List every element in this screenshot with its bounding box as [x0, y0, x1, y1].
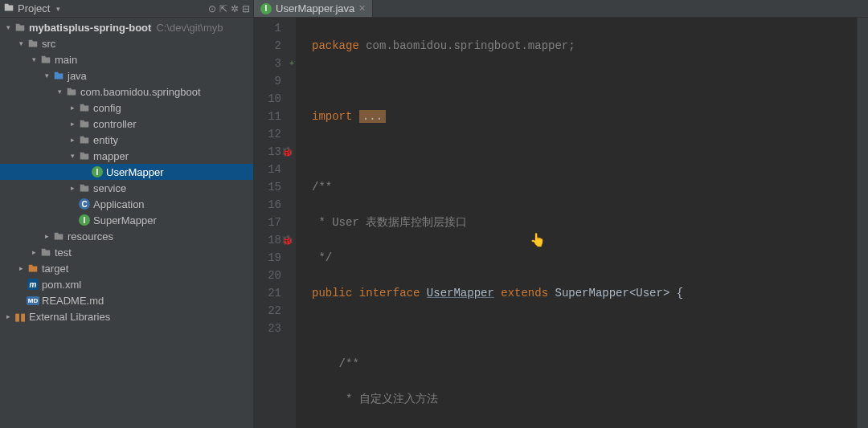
- chevron-down-icon[interactable]: ▾: [68, 152, 77, 160]
- tree-root[interactable]: ▾ mybatisplus-spring-boot C:\dev\git\myb: [0, 19, 253, 35]
- tree-controller[interactable]: ▸ controller: [0, 116, 253, 132]
- class-icon: C: [77, 198, 92, 210]
- tree-config[interactable]: ▸ config: [0, 100, 253, 116]
- code-editor[interactable]: 1 2 3 9 10 11 12 13 14 15 16 17 18 19 20…: [254, 18, 868, 428]
- tree-resources[interactable]: ▸ resources: [0, 228, 253, 244]
- tree-main[interactable]: ▾ main: [0, 51, 253, 67]
- close-icon[interactable]: ✕: [358, 3, 366, 14]
- chevron-right-icon[interactable]: ▸: [68, 184, 77, 192]
- tree-service[interactable]: ▸ service: [0, 180, 253, 196]
- editor-tabs: I UserMapper.java ✕: [254, 0, 868, 17]
- package-icon: [77, 134, 92, 145]
- project-tool-header: Project ▾ ⊙ ⇱ ✲ ⊟: [0, 0, 254, 17]
- project-title: Project: [18, 2, 50, 14]
- folded-imports[interactable]: ...: [359, 110, 386, 123]
- dropdown-icon[interactable]: ▾: [53, 5, 63, 13]
- chevron-right-icon[interactable]: ▸: [16, 264, 26, 272]
- gutter[interactable]: 1 2 3 9 10 11 12 13 14 15 16 17 18 19 20…: [254, 18, 296, 428]
- tree-target[interactable]: ▸ target: [0, 260, 253, 276]
- interface-icon: I: [260, 3, 272, 14]
- package-icon: [77, 182, 92, 194]
- chevron-right-icon[interactable]: ▸: [42, 232, 51, 240]
- chevron-right-icon[interactable]: ▸: [29, 248, 39, 256]
- tree-readme[interactable]: MD README.md: [0, 292, 253, 308]
- chevron-down-icon[interactable]: ▾: [16, 39, 26, 47]
- package-icon: [64, 86, 79, 97]
- bug-icon[interactable]: 🐞: [281, 144, 293, 155]
- tree-application[interactable]: C Application: [0, 196, 253, 212]
- maven-icon: m: [26, 279, 40, 290]
- bug-icon[interactable]: 🐞: [281, 232, 293, 243]
- tree-java[interactable]: ▾ java: [0, 67, 253, 84]
- chevron-down-icon[interactable]: ▾: [42, 71, 51, 79]
- code-area[interactable]: package com.baomidou.springboot.mapper; …: [296, 18, 857, 428]
- tab-usermapper[interactable]: I UserMapper.java ✕: [254, 0, 373, 17]
- tree-src[interactable]: ▾ src: [0, 35, 253, 51]
- package-icon: [77, 150, 92, 161]
- markdown-icon: MD: [26, 296, 40, 305]
- resource-folder-icon: [51, 230, 66, 242]
- settings-icon[interactable]: ✲: [231, 3, 239, 14]
- chevron-down-icon[interactable]: ▾: [29, 55, 39, 63]
- project-icon: [3, 2, 14, 15]
- folder-icon: [26, 38, 40, 49]
- chevron-right-icon[interactable]: ▸: [3, 312, 13, 320]
- fold-expand-icon[interactable]: +: [286, 55, 294, 73]
- excluded-folder-icon: [26, 263, 40, 274]
- source-folder-icon: [51, 70, 66, 81]
- interface-icon: I: [90, 166, 104, 177]
- folder-icon: [39, 54, 53, 65]
- collapse-all-icon[interactable]: ⇱: [219, 3, 227, 14]
- chevron-right-icon[interactable]: ▸: [68, 120, 77, 128]
- project-tree[interactable]: ▾ mybatisplus-spring-boot C:\dev\git\myb…: [0, 18, 254, 428]
- package-icon: [77, 118, 92, 129]
- package-icon: [77, 102, 92, 113]
- folder-icon: [39, 247, 53, 258]
- libraries-icon: ▮▮: [13, 311, 27, 323]
- tree-entity[interactable]: ▸ entity: [0, 132, 253, 148]
- interface-icon: I: [77, 214, 92, 226]
- module-icon: [13, 22, 27, 33]
- tree-supermapper[interactable]: I SuperMapper: [0, 212, 253, 228]
- editor-scrollbar[interactable]: [857, 18, 868, 428]
- chevron-right-icon[interactable]: ▸: [68, 104, 77, 112]
- tree-package[interactable]: ▾ com.baomidou.springboot: [0, 84, 253, 100]
- tab-label: UserMapper.java: [276, 2, 354, 14]
- tree-external-libraries[interactable]: ▸ ▮▮ External Libraries: [0, 308, 253, 324]
- tree-test[interactable]: ▸ test: [0, 244, 253, 260]
- hide-icon[interactable]: ⊟: [242, 3, 250, 14]
- scroll-from-source-icon[interactable]: ⊙: [208, 3, 216, 14]
- tree-pom[interactable]: m pom.xml: [0, 276, 253, 292]
- chevron-down-icon[interactable]: ▾: [55, 88, 64, 96]
- tree-usermapper[interactable]: I UserMapper: [0, 164, 253, 180]
- chevron-down-icon[interactable]: ▾: [3, 23, 13, 31]
- tree-mapper[interactable]: ▾ mapper: [0, 148, 253, 164]
- chevron-right-icon[interactable]: ▸: [68, 136, 77, 144]
